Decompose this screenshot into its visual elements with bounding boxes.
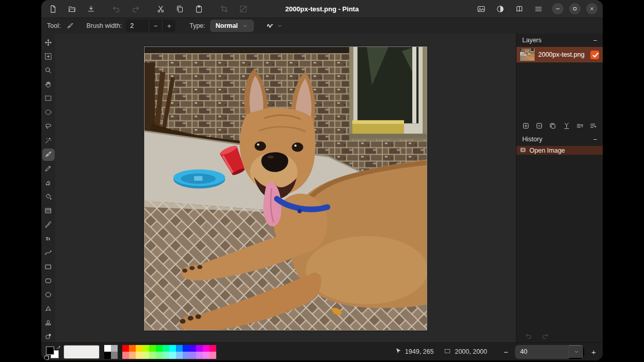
palette-swatch-daff7f[interactable] <box>142 352 149 359</box>
palette-swatch-b200ff[interactable] <box>196 345 203 352</box>
palette-swatch-b6ff00[interactable] <box>142 345 149 352</box>
rounded-rectangle-tool[interactable] <box>42 274 55 287</box>
history-redo-button[interactable] <box>539 330 551 341</box>
close-button[interactable] <box>586 3 598 14</box>
palette-swatch-0094ff[interactable] <box>176 345 183 352</box>
main-menu-button[interactable] <box>532 3 544 15</box>
magic-wand-tool[interactable] <box>42 134 55 146</box>
palette-swatch-a17fff[interactable] <box>189 352 196 359</box>
palette-swatch-ff7fed[interactable] <box>203 352 210 359</box>
duplicate-layer-button[interactable] <box>548 120 558 131</box>
rectangle-tool[interactable] <box>42 260 55 273</box>
palette-swatch-7f92ff[interactable] <box>183 352 189 359</box>
zoom-tool[interactable] <box>42 64 55 76</box>
delete-layer-button[interactable] <box>534 120 544 131</box>
brush-width-decrease-button[interactable]: − <box>149 20 162 32</box>
clone-stamp-tool[interactable] <box>42 317 55 329</box>
palette-swatch-ff0000[interactable] <box>122 345 129 352</box>
palette-swatch-a5ff7f[interactable] <box>149 352 156 359</box>
palette-swatch-7fff8e[interactable] <box>156 352 163 359</box>
maximize-button[interactable] <box>569 3 581 14</box>
minimize-button[interactable] <box>552 3 564 14</box>
palette-swatch-4800ff[interactable] <box>189 345 196 352</box>
pan-tool[interactable] <box>42 78 55 91</box>
layer-properties-button[interactable] <box>588 120 599 131</box>
image-menu-button[interactable] <box>475 3 487 15</box>
move-selected-tool[interactable] <box>42 36 55 48</box>
ellipse-select-tool[interactable] <box>42 106 55 119</box>
brush-width-increase-button[interactable]: + <box>162 20 175 32</box>
stroke-style-button[interactable] <box>263 20 286 31</box>
pencil-tool[interactable] <box>42 162 55 175</box>
paste-button[interactable] <box>192 3 205 15</box>
color-picker-tool[interactable] <box>42 218 55 231</box>
palette-swatch-00ff21[interactable] <box>156 345 163 352</box>
ellipse-tool[interactable] <box>42 288 55 301</box>
recently-used-color-swatch[interactable] <box>63 345 100 359</box>
raise-layer-button[interactable] <box>574 120 585 131</box>
palette-swatch-ffffff[interactable] <box>104 345 111 352</box>
current-tool-paintbrush-icon[interactable] <box>64 20 75 31</box>
redo-button[interactable] <box>129 3 141 15</box>
deselect-all-button[interactable] <box>237 3 249 15</box>
line-curve-tool[interactable] <box>42 246 55 259</box>
copy-button[interactable] <box>173 3 186 15</box>
palette-swatch-ff7f7f[interactable] <box>122 352 129 359</box>
swap-colors-icon[interactable] <box>55 343 60 352</box>
recolor-tool[interactable] <box>42 331 55 343</box>
palette-swatch-ff00dc[interactable] <box>203 345 210 352</box>
zoom-dropdown-button[interactable] <box>569 345 584 359</box>
rectangle-select-tool[interactable] <box>42 92 55 105</box>
palette-swatch-ffd800[interactable] <box>136 345 142 352</box>
palette-swatch-7fffff[interactable] <box>169 352 176 359</box>
history-undo-button[interactable] <box>523 330 534 341</box>
new-image-button[interactable] <box>46 3 59 15</box>
freeform-shape-tool[interactable] <box>42 303 55 315</box>
zoom-input[interactable] <box>515 348 569 356</box>
reset-colors-icon[interactable] <box>44 355 49 360</box>
palette-swatch-d67fff[interactable] <box>196 352 203 359</box>
text-tool[interactable]: Tt <box>42 233 55 245</box>
palette-swatch-ffe97f[interactable] <box>136 352 142 359</box>
canvas[interactable] <box>144 46 427 331</box>
palette-swatch-ff006e[interactable] <box>210 345 216 352</box>
zoom-in-button[interactable]: + <box>588 347 599 357</box>
history-entry-open-image[interactable]: Open Image <box>517 146 603 155</box>
palette-swatch-00ff90[interactable] <box>163 345 169 352</box>
paintbrush-tool[interactable] <box>42 149 55 161</box>
palette-swatch-b2b2b2[interactable] <box>111 345 118 352</box>
paint-bucket-tool[interactable] <box>42 190 55 203</box>
palette-swatch-00ffff[interactable] <box>169 345 176 352</box>
layers-collapse-button[interactable]: − <box>593 37 597 44</box>
adjustments-menu-button[interactable] <box>494 3 506 15</box>
palette-swatch-7fffc5[interactable] <box>163 352 169 359</box>
open-image-button[interactable] <box>66 3 78 15</box>
effects-menu-button[interactable] <box>513 3 525 15</box>
add-layer-button[interactable] <box>520 120 531 131</box>
palette-swatch-0026ff[interactable] <box>183 345 189 352</box>
palette-swatch-7fc9ff[interactable] <box>176 352 183 359</box>
eraser-tool[interactable] <box>42 176 55 189</box>
merge-layer-down-button[interactable] <box>561 120 572 131</box>
layer-row[interactable]: 2000px-test.png <box>517 47 603 62</box>
history-collapse-button[interactable]: − <box>593 136 597 143</box>
gradient-tool[interactable] <box>42 204 55 217</box>
palette-swatch-ff6a00[interactable] <box>129 345 136 352</box>
brush-width-input[interactable] <box>125 22 149 29</box>
palette-swatch-ffb27f[interactable] <box>129 352 136 359</box>
palette-swatch-4cff00[interactable] <box>149 345 156 352</box>
save-button[interactable] <box>85 3 97 15</box>
lasso-select-tool[interactable] <box>42 120 55 133</box>
palette-swatch-000000[interactable] <box>104 352 111 359</box>
blend-type-dropdown[interactable]: Normal <box>210 20 254 32</box>
move-selection-tool[interactable] <box>42 50 55 62</box>
cut-button[interactable] <box>154 3 167 15</box>
primary-color-swatch[interactable] <box>46 347 54 355</box>
palette-swatch-ff7fb6[interactable] <box>210 352 216 359</box>
undo-button[interactable] <box>110 3 122 15</box>
zoom-out-button[interactable]: − <box>501 347 511 357</box>
crop-to-selection-button[interactable] <box>218 3 230 15</box>
color-swatch-widget[interactable] <box>45 344 59 359</box>
layer-visible-checkbox[interactable] <box>590 51 599 59</box>
palette-swatch-7f7f7f[interactable] <box>111 352 118 359</box>
